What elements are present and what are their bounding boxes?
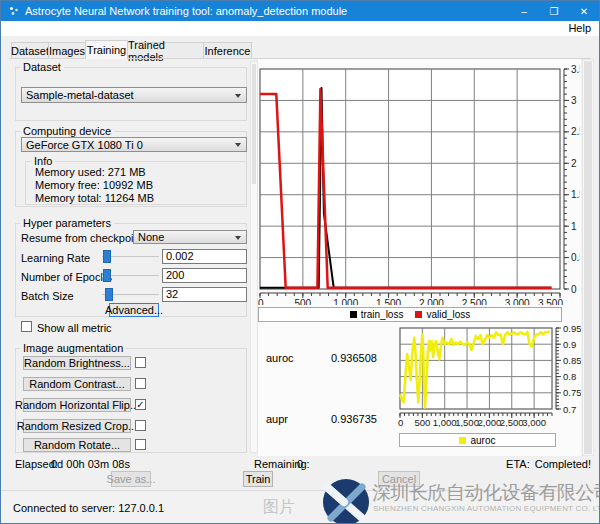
chevron-down-icon: [235, 236, 241, 240]
random-brightness-checkbox[interactable]: [135, 357, 146, 368]
svg-text:0.5: 0.5: [571, 252, 580, 263]
window-title: Astrocyte Neural Network training tool: …: [25, 5, 347, 17]
save-as-button[interactable]: Save as...: [111, 471, 151, 487]
loss-chart-legend: train_lossvalid_loss: [258, 307, 562, 322]
svg-text:3,000: 3,000: [505, 298, 530, 305]
loss-chart: 05001,0001,5002,0002,5003,0003,50000.511…: [258, 61, 580, 305]
svg-text:1: 1: [571, 221, 577, 232]
aupr-metric-value: 0.936735: [331, 413, 377, 425]
slider-thumb[interactable]: [105, 288, 113, 301]
left-panel-scrollbar[interactable]: [250, 61, 258, 453]
eta-value: Completed!: [535, 458, 591, 470]
random-brightness-button[interactable]: Random Brightness...: [23, 356, 131, 370]
resume-checkpoint-selected: None: [138, 231, 164, 243]
chevron-down-icon: [235, 143, 241, 147]
svg-text:500: 500: [414, 417, 430, 428]
svg-text:0.7: 0.7: [563, 404, 576, 415]
eta-group: ETA: Completed!: [506, 458, 591, 470]
minimize-button[interactable]: –: [509, 1, 539, 21]
svg-text:0.85: 0.85: [563, 355, 581, 366]
tab-images[interactable]: Images: [48, 42, 86, 59]
random-resized-crop-checkbox[interactable]: [135, 420, 146, 431]
remaining-value: 0: [297, 458, 303, 470]
show-all-metric-checkbox[interactable]: [21, 321, 32, 332]
tab-dataset[interactable]: Dataset: [11, 42, 49, 59]
legend-swatch-icon: [350, 311, 357, 318]
svg-text:0.9: 0.9: [563, 339, 576, 350]
svg-text:0: 0: [571, 284, 577, 295]
resume-checkpoint-label: Resume from checkpoint:: [21, 232, 146, 244]
memory-total-text: Memory total: 11264 MB: [35, 192, 154, 204]
epochs-slider[interactable]: [102, 269, 159, 282]
batch-size-label: Batch Size: [21, 290, 74, 302]
aupr-metric-label: aupr: [266, 413, 288, 425]
random-contrast-button[interactable]: Random Contrast...: [23, 377, 131, 391]
right-panel-scrollbar[interactable]: [582, 59, 594, 456]
watermark-logo-icon: [322, 478, 370, 524]
svg-text:2,000: 2,000: [419, 298, 444, 305]
tab-inference[interactable]: Inference: [203, 42, 252, 59]
right-scrollbar-thumb[interactable]: [584, 61, 592, 454]
svg-text:1,000: 1,000: [333, 298, 358, 305]
svg-text:2,000: 2,000: [478, 417, 502, 428]
random-horizontal-flip-button[interactable]: Random Horizontal Flip...: [23, 398, 131, 412]
svg-text:500: 500: [295, 298, 312, 305]
tab-training[interactable]: Training: [85, 40, 128, 59]
memory-used-text: Memory used: 271 MB: [35, 166, 146, 178]
svg-text:1,500: 1,500: [376, 298, 401, 305]
batch-size-field[interactable]: 32: [162, 287, 247, 302]
auroc-metric-value: 0.936508: [331, 352, 377, 364]
slider-thumb[interactable]: [103, 250, 111, 263]
svg-text:0.75: 0.75: [563, 387, 581, 398]
batch-size-slider[interactable]: [102, 288, 159, 301]
random-horizontal-flip-checkbox[interactable]: ✓: [135, 399, 146, 410]
svg-text:1.5: 1.5: [571, 189, 580, 200]
epochs-field[interactable]: 200: [162, 268, 247, 283]
legend-item: auroc: [459, 435, 495, 446]
chevron-down-icon: [235, 94, 241, 98]
maximize-button[interactable]: ❐: [539, 1, 569, 21]
random-contrast-checkbox[interactable]: [135, 378, 146, 389]
auroc-metric-label: auroc: [266, 352, 294, 364]
svg-text:0: 0: [398, 417, 403, 428]
epochs-label: Number of Epochs: [21, 271, 112, 283]
menu-help[interactable]: Help: [568, 22, 591, 34]
legend-item: train_loss: [350, 309, 404, 320]
hyper-parameters-group-label: Hyper parameters: [20, 217, 114, 229]
random-rotate-button[interactable]: Random Rotate...: [23, 438, 131, 452]
watermark-company-en: SHENZHEN CHANGXIN AUTOMATION EQUIPMENT C…: [373, 504, 600, 513]
slider-thumb[interactable]: [103, 269, 111, 282]
svg-text:0.8: 0.8: [563, 371, 576, 382]
close-button[interactable]: ✕: [569, 1, 599, 21]
watermark-company-cn: 深圳长欣自动化设备有限公司: [372, 480, 600, 506]
app-icon: [8, 5, 20, 17]
random-resized-crop-button[interactable]: Random Resized Crop...: [23, 419, 131, 433]
dataset-selected: Sample-metal-dataset: [26, 89, 134, 101]
elapsed-value: 0d 00h 03m 08s: [51, 458, 130, 470]
learning-rate-slider[interactable]: [102, 250, 159, 263]
random-rotate-checkbox[interactable]: [135, 439, 146, 450]
left-scrollbar-thumb[interactable]: [252, 64, 256, 184]
computing-device-combobox[interactable]: GeForce GTX 1080 Ti 0: [21, 137, 247, 152]
auroc-chart-legend: auroc: [399, 433, 556, 447]
image-augmentation-group-label: Image augmentation: [20, 342, 126, 354]
train-button[interactable]: Train: [243, 471, 273, 487]
svg-text:1,000: 1,000: [433, 417, 457, 428]
dataset-group-label: Dataset: [20, 61, 64, 73]
learning-rate-field[interactable]: 0.002: [162, 249, 247, 264]
title-bar: Astrocyte Neural Network training tool: …: [1, 1, 599, 21]
svg-text:3,000: 3,000: [522, 417, 546, 428]
status-text: Connected to server: 127.0.0.1: [13, 502, 164, 514]
resume-checkpoint-combobox[interactable]: None: [133, 230, 247, 244]
dataset-combobox[interactable]: Sample-metal-dataset: [21, 87, 247, 103]
advanced-button[interactable]: Advanced...: [109, 303, 159, 317]
computing-device-group-label: Computing device: [20, 125, 114, 137]
computing-device-selected: GeForce GTX 1080 Ti 0: [26, 139, 143, 151]
legend-swatch-icon: [459, 437, 466, 444]
learning-rate-label: Learning Rate: [21, 252, 90, 264]
svg-text:2,500: 2,500: [500, 417, 524, 428]
menu-bar: Help: [1, 21, 599, 36]
svg-text:3.5: 3.5: [571, 64, 580, 75]
memory-free-text: Memory free: 10992 MB: [35, 179, 153, 191]
tab-trained-models[interactable]: Trained models: [127, 42, 204, 59]
